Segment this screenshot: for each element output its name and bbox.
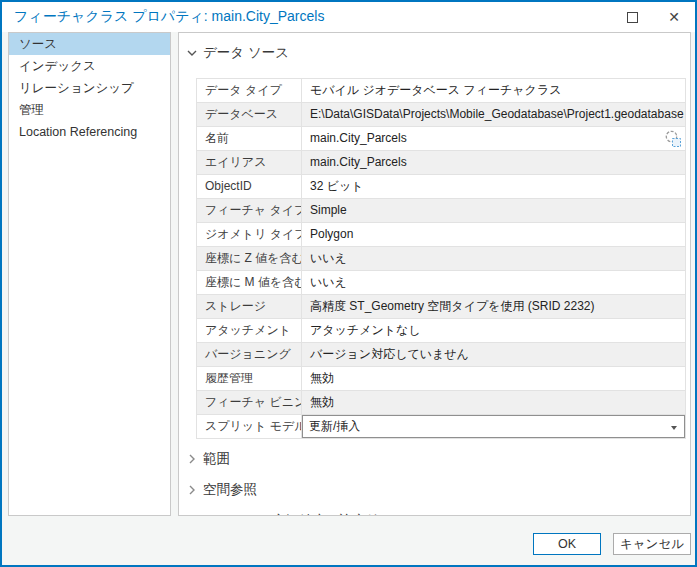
property-label: フィーチャ ビニング	[197, 391, 302, 414]
property-label: アタッチメント	[197, 319, 302, 342]
property-label: ストレージ	[197, 295, 302, 318]
property-label: データベース	[197, 103, 302, 126]
cancel-button[interactable]: キャンセル	[613, 533, 691, 555]
property-value: 無効	[302, 391, 685, 414]
properties-table: データ タイプ モバイル ジオデータベース フィーチャクラス データベース E:…	[196, 78, 686, 439]
chevron-down-icon	[671, 426, 677, 430]
window-title: フィーチャクラス プロパティ: main.City_Parcels	[14, 8, 611, 26]
table-row: データ タイプ モバイル ジオデータベース フィーチャクラス	[197, 79, 685, 103]
chevron-right-icon	[187, 454, 197, 464]
table-row: スプリット モデル 更新/挿入	[197, 415, 685, 439]
property-label: 履歴管理	[197, 367, 302, 390]
table-row: 履歴管理 無効	[197, 367, 685, 391]
table-row: バージョニング バージョン対応していません	[197, 343, 685, 367]
table-row: 座標に M 値を含む いいえ	[197, 271, 685, 295]
property-value: 更新/挿入	[302, 415, 685, 438]
ok-button[interactable]: OK	[533, 533, 601, 555]
property-value: いいえ	[302, 247, 685, 270]
table-row: ジオメトリ タイプ Polygon	[197, 223, 685, 247]
property-value: 32 ビット	[302, 175, 685, 198]
property-label: スプリット モデル	[197, 415, 302, 438]
section-header-0[interactable]: 範囲	[187, 448, 690, 470]
table-row: フィーチャ タイプ Simple	[197, 199, 685, 223]
section-label: ドメイン、座標精度、許容値	[203, 512, 380, 516]
property-value: バージョン対応していません	[302, 343, 685, 366]
property-label: エイリアス	[197, 151, 302, 174]
dialog-content: ソースインデックスリレーションシップ管理Location Referencing…	[2, 32, 695, 565]
sidebar-item-インデックス[interactable]: インデックス	[9, 55, 170, 77]
property-value: main.City_Parcels	[302, 151, 685, 174]
table-row: ストレージ 高精度 ST_Geometry 空間タイプを使用 (SRID 223…	[197, 295, 685, 319]
table-row: フィーチャ ビニング 無効	[197, 391, 685, 415]
property-label: 座標に M 値を含む	[197, 271, 302, 294]
table-row: 名前 main.City_Parcels	[197, 127, 685, 151]
collapsed-sections: 範囲 空間参照 ドメイン、座標精度、許容値	[179, 448, 690, 516]
sidebar-item-Location Referencing[interactable]: Location Referencing	[9, 121, 170, 143]
title-bar: フィーチャクラス プロパティ: main.City_Parcels ✕	[2, 2, 695, 32]
section-label: 範囲	[203, 450, 230, 468]
property-value: アタッチメントなし	[302, 319, 685, 342]
property-value: E:\Data\GISData\Projects\Mobile_Geodatab…	[302, 103, 685, 126]
section-header-1[interactable]: 空間参照	[187, 479, 690, 501]
section-data-source[interactable]: データ ソース	[187, 42, 690, 64]
sidebar-nav: ソースインデックスリレーションシップ管理Location Referencing	[8, 32, 171, 516]
property-label: ジオメトリ タイプ	[197, 223, 302, 246]
feature-class-properties-dialog: フィーチャクラス プロパティ: main.City_Parcels ✕ ソースイ…	[0, 0, 697, 567]
table-row: データベース E:\Data\GISData\Projects\Mobile_G…	[197, 103, 685, 127]
property-label: 座標に Z 値を含む	[197, 247, 302, 270]
property-value: main.City_Parcels	[302, 127, 685, 150]
property-label: バージョニング	[197, 343, 302, 366]
rename-icon[interactable]	[664, 130, 682, 148]
property-label: ObjectID	[197, 175, 302, 198]
chevron-right-icon	[187, 485, 197, 495]
combobox-value: 更新/挿入	[309, 415, 360, 438]
property-label: フィーチャ タイプ	[197, 199, 302, 222]
main-panel: データ ソース データ タイプ モバイル ジオデータベース フィーチャクラス デ…	[178, 32, 691, 516]
table-row: アタッチメント アタッチメントなし	[197, 319, 685, 343]
table-row: 座標に Z 値を含む いいえ	[197, 247, 685, 271]
chevron-down-icon	[187, 48, 197, 58]
maximize-button[interactable]	[611, 2, 653, 32]
property-value: Polygon	[302, 223, 685, 246]
sidebar-item-source[interactable]: ソース	[9, 33, 170, 55]
sidebar-item-管理[interactable]: 管理	[9, 99, 170, 121]
close-icon: ✕	[668, 10, 680, 24]
sidebar-item-リレーションシップ[interactable]: リレーションシップ	[9, 77, 170, 99]
property-value: いいえ	[302, 271, 685, 294]
property-value: Simple	[302, 199, 685, 222]
property-value: 無効	[302, 367, 685, 390]
property-label: データ タイプ	[197, 79, 302, 102]
property-label: 名前	[197, 127, 302, 150]
property-value: モバイル ジオデータベース フィーチャクラス	[302, 79, 685, 102]
maximize-icon	[627, 12, 638, 23]
split-model-combobox[interactable]: 更新/挿入	[302, 415, 685, 438]
property-value: 高精度 ST_Geometry 空間タイプを使用 (SRID 2232)	[302, 295, 685, 318]
table-row: エイリアス main.City_Parcels	[197, 151, 685, 175]
section-label: 空間参照	[203, 481, 257, 499]
close-button[interactable]: ✕	[653, 2, 695, 32]
table-row: ObjectID 32 ビット	[197, 175, 685, 199]
section-label: データ ソース	[203, 44, 289, 62]
section-header-2[interactable]: ドメイン、座標精度、許容値	[187, 510, 690, 516]
